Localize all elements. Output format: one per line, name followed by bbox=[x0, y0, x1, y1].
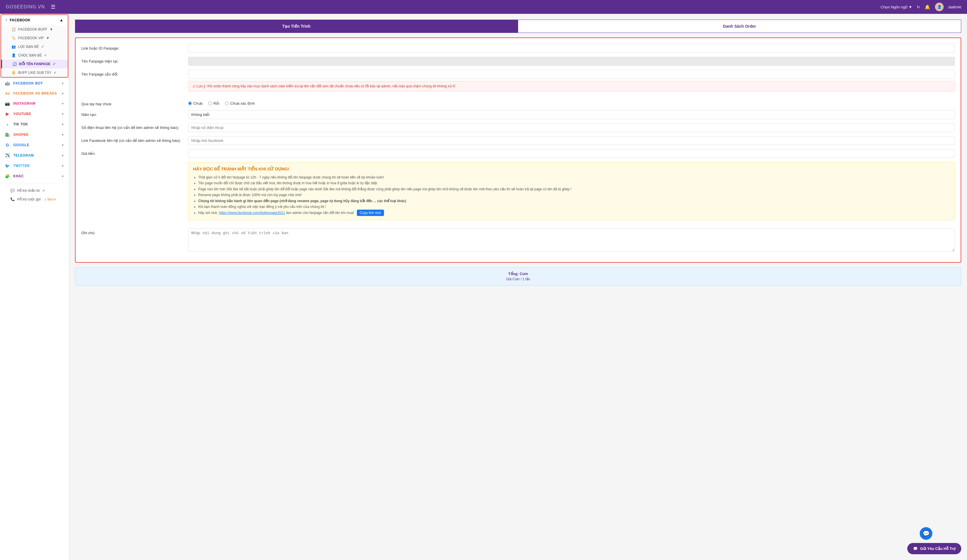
sidebar-item-ho-tro-cuoc-goi[interactable]: 📞 Hỗ trợ cuộc gọi ⚠ Báo tri bbox=[0, 195, 69, 204]
link-fb-input[interactable] bbox=[188, 136, 955, 145]
chevron-down-icon: ▼ bbox=[908, 5, 912, 9]
hamburger-button[interactable]: ☰ bbox=[51, 4, 55, 10]
form-row-ten-fanpage-hien-tai: Tên Fanpage hiện tại: bbox=[81, 57, 955, 66]
facebook-buff-arrow: ▼ bbox=[50, 27, 53, 31]
form-row-qua-tay: Qua tay hay chưa: Chưa Rồi C bbox=[81, 99, 955, 106]
notification-bell[interactable]: 🔔 bbox=[924, 4, 931, 10]
twitter-icon: 🐦 bbox=[5, 163, 10, 168]
facebook-arrow: ▲ bbox=[59, 18, 63, 22]
ho-tro-nhan-tin-check: ✔ bbox=[43, 189, 45, 193]
doi-ten-fanpage-check: ✔ bbox=[53, 62, 56, 66]
link-fanpage-wrap bbox=[188, 44, 955, 53]
notice-item-7: Hãy set nick: https://www.facebook.com/d… bbox=[198, 210, 950, 216]
sidebar-item-instagram[interactable]: 📷 INSTAGRAM ▼ bbox=[0, 98, 69, 109]
radio-chua-xac-dinh-input[interactable] bbox=[225, 102, 229, 105]
notice-link[interactable]: https://www.facebook.com/doitenpage2021 bbox=[219, 211, 285, 215]
price-suffix: / 1 lần bbox=[521, 277, 530, 281]
messenger-bubble[interactable]: 💬 bbox=[920, 527, 932, 540]
ten-fanpage-can-doi-wrap: ⚠ Lưu ý: Khi order thành công hãy vào mụ… bbox=[188, 70, 955, 96]
sidebar-item-youtube[interactable]: ▶ YOUTUBE ▼ bbox=[0, 109, 69, 119]
facebook-icon: f bbox=[6, 18, 7, 22]
tab-tao-tien-trinh[interactable]: Tạo Tiến Trình bbox=[75, 20, 518, 33]
ad-breaks-label: FACEBOOK AD BREAKS bbox=[13, 91, 57, 96]
qua-tay-radio-group: Chưa Rồi Chưa xác định bbox=[188, 99, 955, 105]
notice-item-1: Thời gian xử lí đổi tên fanpage từ 12h -… bbox=[198, 175, 950, 180]
send-request-button[interactable]: 💬 Gửi Yêu Cầu Hỗ Trợ bbox=[907, 543, 961, 554]
link-fanpage-input[interactable] bbox=[188, 44, 955, 53]
sdt-input[interactable] bbox=[188, 123, 955, 132]
telegram-arrow: ▼ bbox=[61, 154, 64, 157]
sidebar-item-facebook-ad-breaks[interactable]: Ad FACEBOOK AD BREAKS ▼ bbox=[0, 89, 69, 98]
ho-tro-cuoc-goi-badge: ⚠ Báo tri bbox=[44, 198, 56, 201]
tab-danh-sach-order[interactable]: Danh Sách Order bbox=[518, 20, 961, 33]
sidebar-item-facebook-buff[interactable]: 📋 FACEBOOK BUFF ▼ bbox=[1, 25, 68, 34]
sidebar-item-doi-ten-fanpage[interactable]: 🔄 ĐỔI TÊN FANPAGE ✔ bbox=[1, 60, 68, 68]
radio-chua-input[interactable] bbox=[188, 102, 192, 105]
ho-tro-cuoc-goi-label: Hỗ trợ cuộc gọi bbox=[17, 197, 41, 201]
sdt-wrap bbox=[188, 123, 955, 132]
ghi-chu-textarea[interactable] bbox=[188, 228, 955, 252]
facebook-submenu: 📋 FACEBOOK BUFF ▼ 🏷️ FACEBOOK VIP ▼ 👥 LỌ… bbox=[1, 25, 68, 77]
notice-wrap: HÃY ĐỌC ĐỂ TRÁNH MẤT TIỀN KHI SỬ DỤNG! T… bbox=[188, 162, 955, 224]
sidebar-item-tiktok[interactable]: ♪ TIK TOK ▼ bbox=[0, 119, 69, 130]
copy-link-button[interactable]: Copy link nick bbox=[357, 210, 384, 216]
google-arrow: ▼ bbox=[61, 143, 64, 147]
sidebar-item-choc-ban-be[interactable]: 👤 CHỌC BẠN BÈ ✔ bbox=[1, 51, 68, 60]
nam-tao-select[interactable]: Không biết bbox=[188, 110, 955, 119]
sidebar-item-telegram[interactable]: ✈️ TELEGRAM ▼ bbox=[0, 150, 69, 161]
notice-item-6: Khi bạn thanh toán đồng nghĩa với việc b… bbox=[198, 204, 950, 210]
sidebar-item-facebook-vip[interactable]: 🏷️ FACEBOOK VIP ▼ bbox=[1, 34, 68, 43]
sidebar-item-khac[interactable]: 🧩 KHÁC ▼ bbox=[0, 171, 69, 181]
tiktok-arrow: ▼ bbox=[61, 123, 64, 126]
radio-roi-input[interactable] bbox=[208, 102, 212, 105]
gia-tien-wrap bbox=[188, 149, 955, 158]
topbar: GOSEEDING.VN ☰ Chọn Ngôn ngữ ▼ ↻ 🔔 👤 dai… bbox=[0, 0, 967, 14]
notice-item-3: Page nào lớn hơn 30k like sẽ bắt buộc ph… bbox=[198, 186, 950, 192]
nam-tao-label: Năm tạo: bbox=[81, 110, 185, 117]
instagram-label: INSTAGRAM bbox=[13, 102, 35, 105]
loc-ban-be-label: LỌC BẠN BÈ bbox=[18, 45, 39, 49]
khac-arrow: ▼ bbox=[61, 175, 64, 178]
radio-chua-xac-dinh-label: Chưa xác định bbox=[230, 101, 255, 105]
facebook-header[interactable]: f FACEBOOK ▲ bbox=[1, 15, 68, 25]
sidebar-item-google[interactable]: G GOOGLE ▼ bbox=[0, 140, 69, 150]
radio-roi[interactable]: Rồi bbox=[208, 101, 219, 105]
instagram-arrow: ▼ bbox=[61, 102, 64, 105]
youtube-arrow: ▼ bbox=[61, 112, 64, 115]
ten-fanpage-hien-tai-input[interactable] bbox=[188, 57, 955, 66]
logo: GOSEEDING.VN bbox=[6, 4, 45, 10]
tiktok-label: TIK TOK bbox=[13, 122, 28, 126]
link-fb-wrap bbox=[188, 136, 955, 145]
sidebar-item-buff-like-sub-tay[interactable]: 🖐️ BUFF LIKE SUB TÂY ✔ bbox=[1, 68, 68, 77]
sidebar-item-ho-tro-nhan-tin[interactable]: 💬 Hỗ trợ nhắn tin ✔ bbox=[0, 186, 69, 195]
logo-suffix: VN bbox=[38, 4, 45, 9]
qua-tay-wrap: Chưa Rồi Chưa xác định bbox=[188, 99, 955, 105]
twitter-label: TWITTER bbox=[13, 164, 30, 168]
facebook-vip-arrow: ▼ bbox=[46, 36, 50, 40]
footer-summary: Tổng: Coin Giá Coin / 1 lần bbox=[75, 267, 961, 285]
radio-chua-xac-dinh[interactable]: Chưa xác định bbox=[225, 101, 255, 105]
language-selector[interactable]: Chọn Ngôn ngữ ▼ bbox=[881, 5, 913, 9]
buff-like-sub-tay-icon: 🖐️ bbox=[12, 71, 16, 75]
ghi-chu-label: Ghi chú: bbox=[81, 228, 185, 235]
form-row-ten-fanpage-can-doi: Tên Fanpage cần đổi: ⚠ Lưu ý: Khi order … bbox=[81, 70, 955, 96]
qua-tay-label: Qua tay hay chưa: bbox=[81, 99, 185, 106]
sidebar-item-twitter[interactable]: 🐦 TWITTER ▼ bbox=[0, 161, 69, 171]
refresh-button[interactable]: ↻ bbox=[917, 5, 920, 9]
telegram-icon: ✈️ bbox=[5, 153, 10, 158]
sidebar-item-shopee[interactable]: 🛍️ SHOPEE ▼ bbox=[0, 130, 69, 140]
facebook-section: f FACEBOOK ▲ 📋 FACEBOOK BUFF ▼ 🏷️ FACEBO… bbox=[1, 15, 68, 77]
gia-tien-input[interactable] bbox=[188, 149, 955, 158]
footer-total: Tổng: Coin bbox=[81, 272, 955, 276]
total-label: Tổng: bbox=[508, 272, 519, 276]
sidebar-item-loc-ban-be[interactable]: 👥 LỌC BẠN BÈ ✔ bbox=[1, 43, 68, 51]
ho-tro-cuoc-goi-icon: 📞 bbox=[10, 197, 15, 201]
form-row-notice: HÃY ĐỌC ĐỂ TRÁNH MẤT TIỀN KHI SỬ DỤNG! T… bbox=[81, 162, 955, 224]
buff-like-sub-tay-check: ✔ bbox=[54, 71, 56, 75]
avatar: 👤 bbox=[935, 3, 944, 11]
sidebar: f FACEBOOK ▲ 📋 FACEBOOK BUFF ▼ 🏷️ FACEBO… bbox=[0, 14, 69, 560]
radio-chua[interactable]: Chưa bbox=[188, 101, 203, 105]
sidebar-item-facebook-bot[interactable]: 🤖 FACEBOOK BOT ▼ bbox=[0, 78, 69, 89]
ten-fanpage-can-doi-input[interactable] bbox=[188, 70, 955, 79]
buff-like-sub-tay-label: BUFF LIKE SUB TÂY bbox=[18, 71, 51, 75]
